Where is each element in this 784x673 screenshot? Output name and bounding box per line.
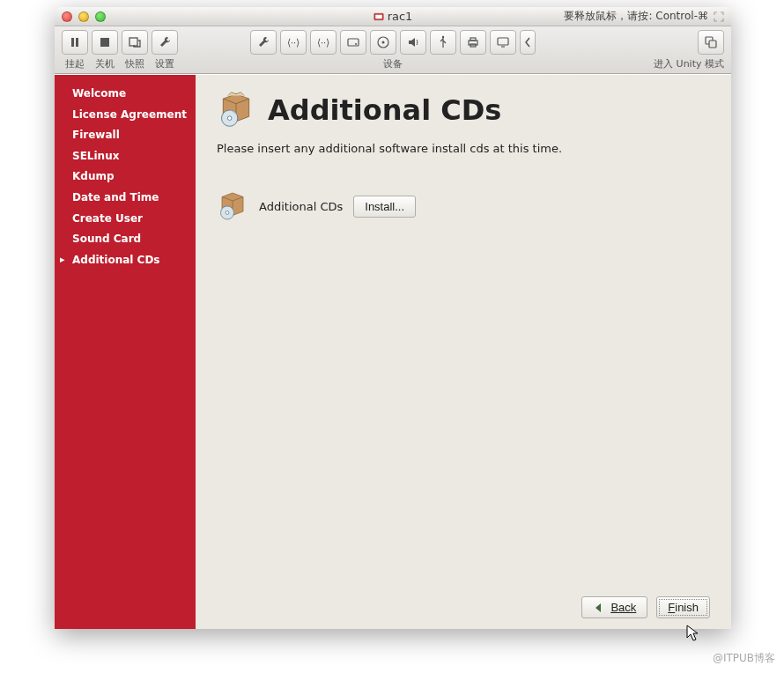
toolbar-left-labels: 挂起 关机 快照 设置 — [62, 57, 178, 70]
svg-point-9 — [355, 43, 357, 45]
arrow-left-icon — [593, 602, 605, 614]
toolbar-center: ⟨··⟩ ⟨··⟩ — [250, 30, 536, 55]
svg-rect-1 — [375, 14, 382, 18]
sound-icon — [406, 35, 420, 49]
package-cd-icon — [217, 91, 255, 129]
watermark: @ITPUB博客 — [713, 651, 775, 666]
display-icon — [496, 35, 510, 49]
net-adapter1-button[interactable]: ⟨··⟩ — [280, 30, 307, 55]
page-title: Additional CDs — [268, 93, 501, 127]
page-header: Additional CDs — [217, 91, 710, 129]
install-button[interactable]: Install... — [353, 196, 416, 218]
sound-button[interactable] — [400, 30, 426, 55]
hdd-button[interactable] — [340, 30, 366, 55]
svg-point-20 — [227, 116, 232, 121]
chevron-left-icon — [523, 35, 532, 49]
usb-button[interactable] — [430, 30, 456, 55]
titlebar[interactable]: rac1 要释放鼠标，请按: Control-⌘ — [55, 7, 731, 26]
vm-window: rac1 要释放鼠标，请按: Control-⌘ 挂起 关机 快照 设置 ⟨··… — [55, 7, 731, 629]
svg-text:⟨··⟩: ⟨··⟩ — [317, 37, 329, 48]
pause-icon — [68, 35, 82, 49]
svg-point-11 — [382, 41, 385, 44]
printer-button[interactable] — [460, 30, 486, 55]
display-button[interactable] — [490, 30, 516, 55]
back-button[interactable]: Back — [581, 596, 647, 618]
guest-area: Welcome License Agreement Firewall SELin… — [55, 74, 731, 629]
hdd-icon — [346, 35, 360, 49]
fullscreen-icon[interactable] — [714, 11, 724, 22]
main-panel: Additional CDs Please insert any additio… — [196, 75, 731, 629]
vm-icon — [374, 11, 384, 22]
package-cd-icon — [217, 190, 248, 222]
finish-button[interactable]: Finish — [656, 596, 710, 618]
snapshot-button[interactable] — [122, 30, 148, 55]
settings-button[interactable] — [152, 30, 178, 55]
sidebar-item-welcome[interactable]: Welcome — [55, 84, 196, 105]
sidebar-item-createuser[interactable]: Create User — [55, 209, 196, 230]
footer-buttons: Back Finish — [217, 588, 710, 618]
sidebar: Welcome License Agreement Firewall SELin… — [55, 75, 196, 629]
sidebar-item-selinux[interactable]: SELinux — [55, 146, 196, 167]
svg-rect-5 — [129, 38, 137, 46]
svg-text:⟨··⟩: ⟨··⟩ — [287, 37, 300, 48]
network-icon: ⟨··⟩ — [316, 35, 330, 49]
unity-icon — [704, 35, 718, 49]
device-settings-button[interactable] — [250, 30, 277, 55]
svg-rect-4 — [100, 38, 109, 47]
toolbar-right — [698, 30, 724, 55]
window-title-group: rac1 — [55, 10, 731, 23]
svg-point-12 — [442, 36, 444, 38]
wrench-icon — [158, 35, 172, 49]
sidebar-item-soundcard[interactable]: Sound Card — [55, 229, 196, 250]
sidebar-item-datetime[interactable]: Date and Time — [55, 188, 196, 209]
menu-chevron-button[interactable] — [520, 30, 536, 55]
install-row: Additional CDs Install... — [217, 190, 710, 222]
stop-icon — [98, 35, 112, 49]
network-icon: ⟨··⟩ — [286, 35, 300, 49]
sidebar-item-additionalcds[interactable]: Additional CDs — [55, 250, 196, 271]
svg-point-22 — [226, 211, 229, 215]
svg-rect-3 — [76, 38, 78, 47]
cd-icon — [376, 35, 390, 49]
toolbar-center-label: 设备 — [383, 57, 403, 70]
svg-rect-2 — [71, 38, 74, 47]
unity-button[interactable] — [698, 30, 724, 55]
toolbar-left — [62, 30, 178, 55]
usb-icon — [436, 35, 450, 49]
cd-button[interactable] — [370, 30, 396, 55]
svg-rect-8 — [348, 39, 359, 46]
window-title: rac1 — [388, 10, 413, 23]
page-subtitle: Please insert any additional software in… — [217, 142, 710, 155]
wrench-icon — [256, 35, 270, 49]
svg-rect-14 — [470, 38, 476, 41]
sidebar-item-kdump[interactable]: Kdump — [55, 166, 196, 188]
sidebar-item-license[interactable]: License Agreement — [55, 105, 196, 126]
snapshot-icon — [128, 35, 142, 49]
vm-toolbar: 挂起 关机 快照 设置 ⟨··⟩ ⟨··⟩ 设备 进入 Unity 模式 — [55, 26, 731, 74]
printer-icon — [466, 35, 480, 49]
svg-rect-18 — [709, 41, 716, 48]
net-adapter2-button[interactable]: ⟨··⟩ — [310, 30, 337, 55]
suspend-button[interactable] — [62, 30, 88, 55]
install-row-label: Additional CDs — [259, 200, 343, 213]
sidebar-item-firewall[interactable]: Firewall — [55, 125, 196, 146]
poweroff-button[interactable] — [92, 30, 118, 55]
svg-rect-16 — [498, 38, 508, 45]
toolbar-right-label: 进入 Unity 模式 — [654, 57, 724, 70]
